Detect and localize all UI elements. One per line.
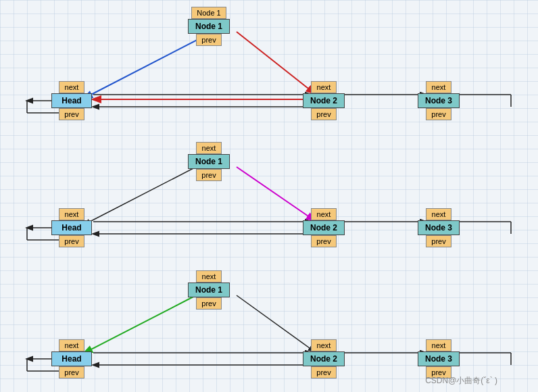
r2-node1-box: next Node 1 prev [188,142,230,181]
r2-node1-label: Node 1 [188,154,230,169]
r1-head-box: next Head prev [51,81,92,120]
r2-node1-next-tag: next [196,142,222,154]
r3-node3-next-tag: next [426,339,451,351]
r1-head-next-tag: next [59,81,84,93]
r2-head-prev-tag: prev [59,235,84,247]
r1-node3-label: Node 3 [418,93,460,108]
r1-node2-label: Node 2 [303,93,345,108]
r3-node1-label: Node 1 [188,283,230,297]
r2-node3-next-tag: next [426,208,451,220]
r1-node2-next-tag: next [311,81,337,93]
r2-head-box: next Head prev [51,208,92,247]
r1-node3-next-tag: next [426,81,451,93]
r1-node2-box: next Node 2 prev [303,81,345,120]
r1-node3-prev-tag: prev [426,108,451,120]
r2-node2-prev-tag: prev [311,235,337,247]
r2-node2-box: next Node 2 prev [303,208,345,247]
arrows-layer [0,0,538,392]
r1-node2-prev-tag: prev [311,108,337,120]
r1-node1-next-tag: Node 1 [191,7,226,19]
r3-node3-label: Node 3 [418,351,460,366]
r2-node1-prev-tag: prev [196,169,222,181]
r3-head-label: Head [51,351,92,366]
r1-head-prev-tag: prev [59,108,84,120]
svg-line-21 [84,167,196,224]
r2-node3-prev-tag: prev [426,235,451,247]
r2-head-next-tag: next [59,208,84,220]
r1-node1-prev-tag: prev [196,34,222,46]
r3-node2-box: next Node 2 prev [303,339,345,378]
r3-node2-label: Node 2 [303,351,345,366]
r2-node3-box: next Node 3 prev [418,208,460,247]
r3-node2-next-tag: next [311,339,337,351]
watermark: CSDN@小曲奇(ˇε` ) [425,375,497,387]
r3-node1-box: next Node 1 prev [188,270,230,310]
r1-head-label: Head [51,93,92,108]
r3-node1-prev-tag: prev [196,297,222,310]
r3-node2-prev-tag: prev [311,366,337,378]
r1-node1-box: Node 1 Node 1 prev [188,7,230,46]
r1-node3-box: next Node 3 prev [418,81,460,120]
svg-line-32 [84,295,196,353]
r1-node1-label: Node 1 [188,19,230,34]
r3-node1-next-tag: next [196,270,222,283]
r3-head-next-tag: next [59,339,84,351]
r2-head-label: Head [51,220,92,235]
r3-head-box: next Head prev [51,339,92,378]
r2-node3-label: Node 3 [418,220,460,235]
r2-node2-label: Node 2 [303,220,345,235]
r2-node2-next-tag: next [311,208,337,220]
r3-node3-box: next Node 3 prev [418,339,460,378]
r3-head-prev-tag: prev [59,366,84,378]
